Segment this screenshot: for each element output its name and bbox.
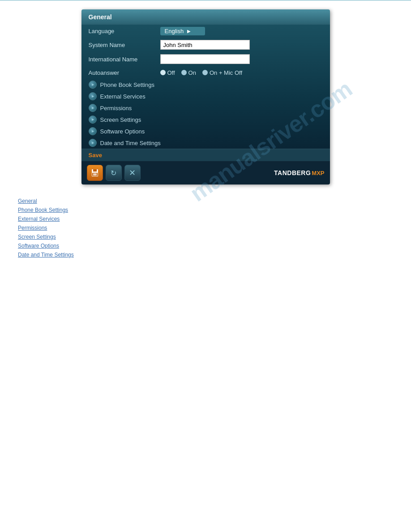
external-services-label: External Services [100, 93, 146, 100]
link-external-services[interactable]: External Services [18, 216, 393, 222]
autoanswer-on-mic-off-option[interactable]: On + Mic Off [202, 69, 242, 76]
save-icon [90, 168, 99, 177]
language-text: English [165, 28, 184, 34]
menu-item-screen-settings[interactable]: Screen Settings [81, 114, 330, 125]
radio-on-circle [181, 70, 187, 75]
save-button[interactable] [87, 165, 103, 181]
autoanswer-label: Autoanswer [89, 69, 160, 76]
date-time-label: Date and Time Settings [100, 140, 161, 146]
autoanswer-off-option[interactable]: Off [160, 69, 175, 76]
permissions-label: Permissions [100, 105, 132, 112]
menu-item-date-time[interactable]: Date and Time Settings [81, 137, 330, 149]
panel-header: General [81, 9, 330, 25]
date-time-icon [89, 139, 97, 147]
menu-item-phone-book[interactable]: Phone Book Settings [81, 79, 330, 90]
language-dropdown[interactable]: English ▶ [160, 27, 205, 35]
link-general[interactable]: General [18, 198, 393, 204]
refresh-icon: ↻ [111, 169, 116, 177]
brand-name: TANDBERG [274, 169, 311, 176]
international-name-label: International Name [89, 56, 160, 63]
language-row: Language English ▶ [81, 25, 330, 38]
language-value[interactable]: English ▶ [160, 27, 205, 35]
link-screen-settings[interactable]: Screen Settings [18, 234, 393, 240]
panel-toolbar: ↻ ✕ TANDBERG MXP [81, 161, 330, 184]
refresh-button[interactable]: ↻ [106, 165, 122, 181]
close-icon: ✕ [129, 168, 136, 178]
external-services-icon [89, 92, 97, 100]
radio-off-circle [160, 70, 166, 75]
system-name-label: System Name [89, 42, 160, 48]
autoanswer-off-label: Off [167, 69, 175, 76]
menu-item-external-services[interactable]: External Services [81, 90, 330, 102]
main-container: General Language English ▶ System Name [0, 9, 411, 184]
links-section: General Phone Book Settings External Ser… [0, 189, 411, 270]
save-bar: Save [81, 149, 330, 161]
svg-rect-1 [93, 169, 97, 172]
international-name-value [160, 54, 250, 64]
link-phone-book[interactable]: Phone Book Settings [18, 207, 393, 213]
phone-book-icon [89, 81, 97, 89]
radio-on-mic-off-circle [202, 70, 208, 75]
software-options-label: Software Options [100, 128, 145, 135]
system-name-row: System Name [81, 38, 330, 52]
international-name-input[interactable] [160, 54, 250, 64]
brand-suffix: MXP [312, 170, 324, 176]
chevron-right-icon: ▶ [187, 29, 191, 34]
phone-book-label: Phone Book Settings [100, 82, 154, 88]
menu-item-permissions[interactable]: Permissions [81, 102, 330, 114]
toolbar-buttons: ↻ ✕ [87, 165, 141, 181]
language-label: Language [89, 28, 160, 34]
device-panel: General Language English ▶ System Name [81, 9, 330, 184]
autoanswer-on-option[interactable]: On [181, 69, 196, 76]
link-date-time[interactable]: Date and Time Settings [18, 252, 393, 258]
screen-settings-label: Screen Settings [100, 116, 141, 123]
save-label: Save [89, 152, 102, 159]
autoanswer-on-mic-off-label: On + Mic Off [210, 69, 242, 76]
screen-settings-icon [89, 116, 97, 124]
link-software-options[interactable]: Software Options [18, 243, 393, 249]
panel-body: Language English ▶ System Name Internati… [81, 25, 330, 149]
close-button[interactable]: ✕ [124, 165, 141, 181]
system-name-value [160, 40, 250, 50]
panel-title: General [89, 13, 112, 21]
top-divider [0, 0, 411, 0]
autoanswer-on-label: On [188, 69, 196, 76]
menu-item-software-options[interactable]: Software Options [81, 125, 330, 137]
link-permissions[interactable]: Permissions [18, 225, 393, 231]
autoanswer-options: Off On On + Mic Off [160, 69, 243, 76]
brand-logo: TANDBERG MXP [274, 169, 324, 176]
autoanswer-row: Autoanswer Off On On + Mic Off [81, 66, 330, 79]
international-name-row: International Name [81, 52, 330, 66]
software-options-icon [89, 127, 97, 135]
svg-rect-3 [93, 173, 97, 176]
permissions-icon [89, 104, 97, 112]
system-name-input[interactable] [160, 40, 250, 50]
